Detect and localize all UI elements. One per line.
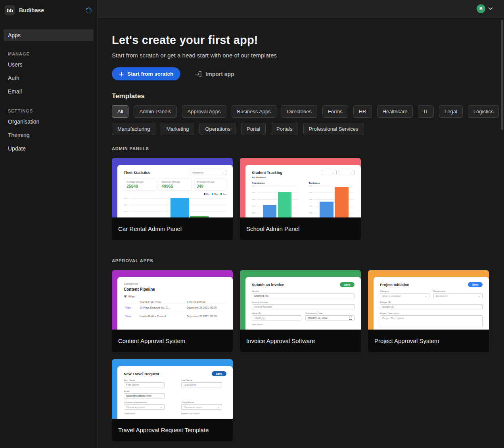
card-preview: Student Tracking ⌄ ⌄ All Students Attend… bbox=[240, 158, 361, 217]
card-title: Project Approval System bbox=[368, 330, 489, 352]
category-field: Category Choose an option⌄ bbox=[380, 290, 429, 298]
table-header: REQUESTED TITLE DATE REQUIRED bbox=[124, 301, 226, 303]
preview-title: Project Initiation bbox=[380, 282, 409, 287]
action-row: Start from scratch Import app bbox=[112, 67, 504, 80]
filter-chip-approval-apps[interactable]: Approval Apps bbox=[182, 105, 226, 118]
sidebar-item-update[interactable]: Update bbox=[0, 142, 97, 155]
card-preview: Submit an invoice Save Vendor Example In… bbox=[240, 270, 361, 330]
budget-field: Budget ($) Budget ($) bbox=[380, 301, 483, 309]
section-admin-panels: ADMIN PANELS bbox=[112, 146, 504, 151]
import-icon bbox=[195, 71, 202, 77]
filter-chip-forms[interactable]: Forms bbox=[322, 105, 348, 118]
travel-mode-field: Travel Mode Choose an option⌄ bbox=[181, 401, 222, 410]
stat-maximum-mileage: Maximum Mileage 49965 bbox=[159, 179, 191, 191]
card-title: Car Rental Admin Panel bbox=[112, 217, 233, 240]
scrollbar-thumb[interactable] bbox=[501, 20, 503, 130]
filter-chip-all[interactable]: All bbox=[112, 105, 128, 118]
filter-chip-portal[interactable]: Portal bbox=[241, 123, 266, 135]
template-card-content-approval[interactable]: Example Inc Content Pipeline Filter REQ bbox=[112, 270, 233, 352]
bar-green bbox=[190, 216, 209, 217]
start-from-scratch-button[interactable]: Start from scratch bbox=[112, 67, 180, 80]
budibase-logo[interactable]: bb bbox=[5, 5, 15, 15]
filter-chip-professional-services[interactable]: Professional Services bbox=[303, 123, 364, 135]
filter-chip-legal[interactable]: Legal bbox=[439, 105, 463, 118]
sidebar-section-manage: MANAGE bbox=[8, 51, 97, 56]
preview-panel: Fleet Statistics Availability⌄ Average M… bbox=[117, 165, 233, 217]
filter-chip-healthcare[interactable]: Healthcare bbox=[377, 105, 413, 118]
filter-chip-logistics[interactable]: Logistics bbox=[468, 105, 499, 118]
card-title: Travel Approval Request Template bbox=[112, 419, 233, 441]
bar-blue bbox=[263, 205, 277, 217]
admin-cards: Fleet Statistics Availability⌄ Average M… bbox=[112, 158, 489, 240]
filter-chip-hr[interactable]: HR bbox=[353, 105, 372, 118]
sidebar-item-apps[interactable]: Apps bbox=[4, 29, 94, 41]
sidebar-item-organisation[interactable]: Organisation bbox=[0, 115, 97, 128]
company-name: Example Inc bbox=[124, 282, 226, 285]
stat-cards: Average Mileage 25840 Maximum Mileage 49… bbox=[124, 179, 226, 191]
filter-chip-admin-panels[interactable]: Admin Panels bbox=[134, 105, 176, 118]
invoice-number-field: Invoice Number Invoice Number bbox=[252, 301, 355, 309]
filter-chip-manufacturing[interactable]: Manufacturing bbox=[112, 123, 155, 135]
filter-chip-directories[interactable]: Directories bbox=[282, 105, 317, 118]
sidebar-item-users[interactable]: Users bbox=[0, 58, 97, 71]
sidebar-item-theming[interactable]: Theming bbox=[0, 128, 97, 142]
table-row: View 10 Ways Example Inc. C... December … bbox=[124, 303, 226, 312]
save-button: Save bbox=[340, 282, 355, 287]
sidebar-item-auth[interactable]: Auth bbox=[0, 71, 97, 85]
section-approval-apps: APPROVAL APPS bbox=[112, 258, 504, 263]
card-preview: Fleet Statistics Availability⌄ Average M… bbox=[112, 158, 233, 217]
bar-blue bbox=[320, 202, 333, 217]
page-subtitle: Start from scratch or get a head start w… bbox=[112, 52, 504, 59]
last-name-field: Last Name Last Name bbox=[181, 379, 222, 387]
card-preview: Example Inc Content Pipeline Filter REQ bbox=[112, 270, 233, 330]
filter-chip-operations[interactable]: Operations bbox=[199, 123, 236, 135]
filter-chip-business-apps[interactable]: Business Apps bbox=[232, 105, 276, 118]
approval-cards: Example Inc Content Pipeline Filter REQ bbox=[112, 270, 489, 441]
project-description-field: Project Description Project Description bbox=[380, 312, 483, 327]
template-card-invoice-approval[interactable]: Submit an invoice Save Vendor Example In… bbox=[240, 270, 361, 352]
filter-chip-it[interactable]: IT bbox=[418, 105, 434, 118]
preview-title: Fleet Statistics bbox=[124, 170, 150, 175]
table-row: View How to Build a Content... December … bbox=[124, 312, 226, 320]
preview-panel: New Travel Request Save First Name First… bbox=[117, 366, 233, 419]
vendor-field: Vendor Example Inc bbox=[252, 290, 355, 298]
start-from-scratch-label: Start from scratch bbox=[127, 71, 173, 77]
bar-orange bbox=[335, 187, 349, 217]
preview-title: New Travel Request bbox=[124, 372, 159, 376]
avatar[interactable]: B bbox=[477, 4, 485, 13]
filter-control: Filter bbox=[124, 295, 226, 298]
preview-panel: Example Inc Content Pipeline Filter REQ bbox=[117, 277, 233, 330]
card-title: Invoice Approval Software bbox=[240, 330, 361, 352]
preview-subtitle: All Students bbox=[252, 176, 355, 179]
card-preview: New Travel Request Save First Name First… bbox=[112, 359, 233, 419]
tardiness-chart bbox=[309, 186, 355, 217]
attendance-chart bbox=[252, 186, 298, 217]
mini-charts: Attendance bbox=[252, 182, 355, 217]
preview-title: Submit an invoice bbox=[252, 282, 284, 287]
email-field: Email ronan@budibase.com bbox=[124, 390, 165, 398]
class-select: ⌄ bbox=[339, 170, 355, 175]
templates-heading: Templates bbox=[112, 92, 504, 100]
filter-row-2: Manufacturing Marketing Operations Porta… bbox=[112, 123, 504, 135]
filter-chip-marketing[interactable]: Marketing bbox=[161, 123, 194, 135]
import-app-button[interactable]: Import app bbox=[195, 71, 234, 77]
grade-select: ⌄ bbox=[321, 170, 337, 175]
chevron-down-icon[interactable] bbox=[488, 7, 493, 10]
stat-minimum-mileage: Minimum Mileage 349 bbox=[194, 179, 226, 191]
save-button: Save bbox=[468, 282, 483, 287]
plus-icon bbox=[119, 72, 124, 76]
value-field: Value ($) Value ($) bbox=[252, 312, 301, 320]
brand-name: Budibase bbox=[19, 7, 82, 13]
sidebar-item-email[interactable]: Email bbox=[0, 85, 97, 98]
preview-panel: Submit an invoice Save Vendor Example In… bbox=[245, 277, 361, 330]
preview-title: Student Tracking bbox=[252, 170, 282, 175]
template-card-project-approval[interactable]: Project Initiation Save Category Choose … bbox=[368, 270, 489, 352]
template-card-car-rental[interactable]: Fleet Statistics Availability⌄ Average M… bbox=[112, 158, 233, 240]
filter-chip-portals[interactable]: Portals bbox=[271, 123, 298, 135]
template-card-travel-approval[interactable]: New Travel Request Save First Name First… bbox=[112, 359, 233, 441]
sidebar-section-settings: SETTINGS bbox=[8, 109, 97, 113]
app-root: bb Budibase Apps MANAGE Users Auth Email… bbox=[0, 0, 504, 448]
page-content: Let's create your first app! Start from … bbox=[98, 18, 504, 448]
page-title: Let's create your first app! bbox=[112, 34, 504, 47]
template-card-school[interactable]: Student Tracking ⌄ ⌄ All Students Attend… bbox=[240, 158, 361, 240]
